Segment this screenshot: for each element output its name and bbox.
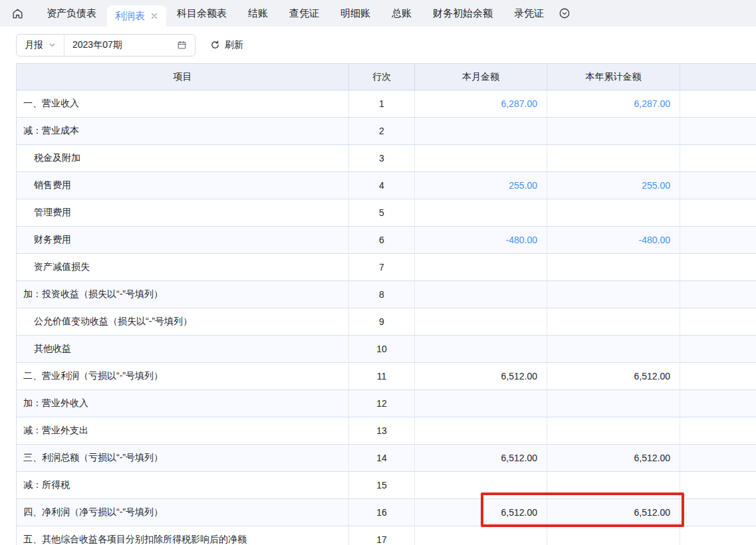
cell-line-number: 3: [349, 145, 415, 172]
cell-year-amount: 6,287.00: [547, 90, 680, 118]
table-row: 减：营业外支出 13: [17, 417, 756, 445]
refresh-button[interactable]: 刷新: [210, 39, 243, 51]
tab-4[interactable]: 查凭证: [279, 0, 330, 27]
tab-close-icon[interactable]: [150, 12, 158, 20]
table-row: 管理费用 5: [17, 199, 756, 227]
period-value: 2023年07期: [72, 39, 122, 51]
calendar-icon: [177, 40, 187, 50]
income-statement-table: 项目 行次 本月金额 本年累计金额 一、营业收入 1 6,287.00 6,28…: [16, 63, 756, 545]
table-row: 其他收益 10: [17, 336, 756, 363]
table-header-row: 项目 行次 本月金额 本年累计金额: [17, 64, 756, 90]
cell-line-number: 16: [349, 499, 415, 526]
tab-label: 科目余额表: [177, 7, 227, 20]
cell-item: 二、营业利润（亏损以“-”号填列）: [17, 363, 349, 390]
period-date-input[interactable]: 2023年07期: [64, 39, 195, 51]
report-toolbar: 月报 2023年07期: [0, 27, 756, 63]
cell-empty: [680, 336, 756, 363]
cell-month-amount: [415, 308, 547, 336]
cell-year-amount: [547, 472, 680, 499]
table-body: 一、营业收入 1 6,287.00 6,287.00 减：营业成本 2 税金及附…: [17, 90, 756, 545]
tab-label: 录凭证: [514, 7, 544, 20]
cell-month-amount: [415, 472, 547, 499]
report-type-select[interactable]: 月报: [17, 39, 64, 51]
cell-empty: [680, 472, 756, 499]
more-tabs-button[interactable]: [559, 0, 570, 27]
cell-item: 加：营业外收入: [17, 390, 349, 417]
cell-year-amount: -480.00: [547, 227, 680, 254]
table-row: 减：营业成本 2: [17, 118, 756, 145]
cell-item: 销售费用: [17, 172, 349, 199]
column-header-item: 项目: [17, 64, 349, 90]
cell-month-amount: [415, 199, 547, 227]
circle-chevron-down-icon: [559, 7, 570, 19]
table-row: 加：营业外收入 12: [17, 390, 756, 417]
app-window: 资产负债表 利润表 科目余额表 结账 查凭证 明细账 总账 财务初始余额 录凭证: [0, 0, 756, 545]
cell-month-amount: [415, 254, 547, 281]
cell-year-amount: 6,512.00: [547, 363, 680, 390]
tab-list: 资产负债表 利润表 科目余额表 结账 查凭证 明细账 总账 财务初始余额 录凭证: [36, 0, 555, 27]
cell-month-amount: [415, 417, 547, 445]
cell-line-number: 9: [349, 308, 415, 336]
cell-item: 公允价值变动收益（损失以“-”号填列）: [17, 308, 349, 336]
cell-empty: [680, 227, 756, 254]
tab-2[interactable]: 科目余额表: [166, 0, 237, 27]
cell-year-amount: 6,512.00: [547, 445, 680, 472]
cell-line-number: 7: [349, 254, 415, 281]
cell-item: 管理费用: [17, 199, 349, 227]
tab-label: 明细账: [340, 7, 370, 20]
cell-month-amount: -480.00: [415, 227, 547, 254]
cell-empty: [680, 254, 756, 281]
cell-empty: [680, 526, 756, 545]
column-header-month-amount: 本月金额: [415, 64, 547, 90]
tab-8[interactable]: 录凭证: [503, 0, 555, 27]
cell-year-amount: [547, 308, 680, 336]
tab-label: 利润表: [115, 10, 145, 23]
cell-month-amount: 255.00: [415, 172, 547, 199]
cell-empty: [680, 199, 756, 227]
tab-0[interactable]: 资产负债表: [36, 0, 107, 27]
cell-empty: [680, 172, 756, 199]
refresh-label: 刷新: [225, 39, 243, 51]
home-button[interactable]: [9, 0, 25, 27]
tab-3[interactable]: 结账: [237, 0, 279, 27]
table-row: 二、营业利润（亏损以“-”号填列） 11 6,512.00 6,512.00: [17, 363, 756, 390]
cell-year-amount: [547, 526, 680, 545]
table-row: 销售费用 4 255.00 255.00: [17, 172, 756, 199]
cell-empty: [680, 499, 756, 526]
cell-item: 其他收益: [17, 336, 349, 363]
cell-empty: [680, 118, 756, 145]
tab-7[interactable]: 财务初始余额: [422, 0, 503, 27]
cell-year-amount: [547, 145, 680, 172]
cell-line-number: 10: [349, 336, 415, 363]
cell-line-number: 8: [349, 281, 415, 308]
cell-year-amount: [547, 254, 680, 281]
cell-year-amount: [547, 118, 680, 145]
cell-year-amount: [547, 281, 680, 308]
cell-month-amount: [415, 526, 547, 545]
cell-empty: [680, 390, 756, 417]
tab-label: 资产负债表: [47, 7, 96, 20]
refresh-icon: [210, 40, 220, 50]
cell-item: 减：所得税: [17, 472, 349, 499]
cell-item: 减：营业成本: [17, 118, 349, 145]
tab-label: 总账: [392, 7, 412, 20]
table-row: 加：投资收益（损失以“-”号填列） 8: [17, 281, 756, 308]
cell-empty: [680, 445, 756, 472]
table-row: 五、其他综合收益各项目分别扣除所得税影响后的净额 17: [17, 526, 756, 545]
table-row: 公允价值变动收益（损失以“-”号填列） 9: [17, 308, 756, 336]
cell-year-amount: [547, 336, 680, 363]
table-row: 税金及附加 3: [17, 145, 756, 172]
tab-1[interactable]: 利润表: [107, 5, 166, 27]
column-header-line-number: 行次: [349, 64, 415, 90]
cell-month-amount: 6,512.00: [415, 445, 547, 472]
table-row: 减：所得税 15: [17, 472, 756, 499]
cell-line-number: 2: [349, 118, 415, 145]
cell-item: 三、利润总额（亏损以“-”号填列）: [17, 445, 349, 472]
table-row: 三、利润总额（亏损以“-”号填列） 14 6,512.00 6,512.00: [17, 445, 756, 472]
cell-year-amount: [547, 390, 680, 417]
tab-6[interactable]: 总账: [381, 0, 422, 27]
table-row: 资产减值损失 7: [17, 254, 756, 281]
cell-empty: [680, 145, 756, 172]
tab-5[interactable]: 明细账: [330, 0, 381, 27]
cell-line-number: 13: [349, 417, 415, 445]
